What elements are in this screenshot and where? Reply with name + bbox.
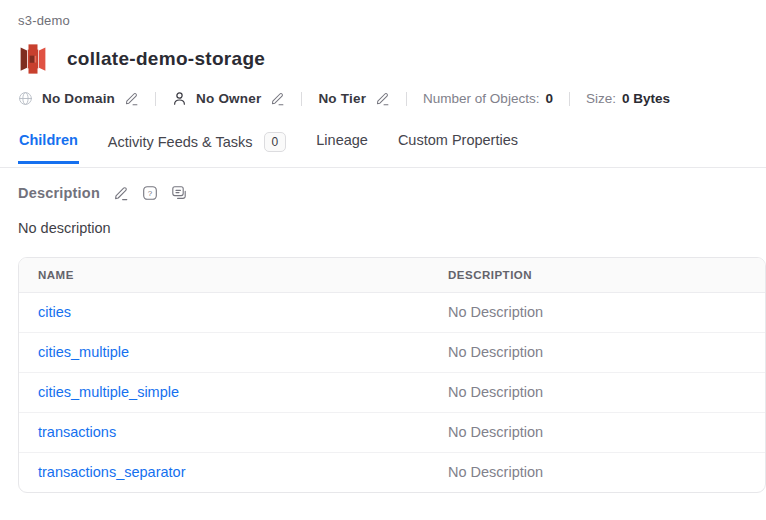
column-header-description: DESCRIPTION bbox=[429, 258, 765, 293]
size-meta: Size: 0 Bytes bbox=[586, 91, 670, 106]
objects-meta: Number of Objects: 0 bbox=[423, 91, 553, 106]
tab-label: Lineage bbox=[316, 132, 368, 148]
tab-label: Children bbox=[19, 132, 78, 148]
container-link-cities[interactable]: cities bbox=[38, 304, 71, 320]
comments-button[interactable] bbox=[171, 185, 187, 201]
request-description-button[interactable]: ? bbox=[142, 185, 158, 201]
tier-meta: No Tier bbox=[318, 91, 390, 106]
pencil-icon bbox=[375, 91, 390, 106]
size-label: Size: bbox=[586, 91, 616, 106]
column-header-name: NAME bbox=[19, 258, 429, 293]
tab-lineage[interactable]: Lineage bbox=[315, 132, 369, 164]
description-header: Description ? bbox=[18, 185, 766, 201]
breadcrumb-service-link[interactable]: s3-demo bbox=[18, 13, 70, 28]
tier-label: No Tier bbox=[318, 91, 366, 106]
container-link-transactions-separator[interactable]: transactions_separator bbox=[38, 464, 186, 480]
size-value: 0 Bytes bbox=[622, 91, 670, 106]
tab-bar: Children Activity Feeds & Tasks 0 Lineag… bbox=[0, 132, 766, 168]
domain-meta: No Domain bbox=[18, 91, 139, 106]
s3-bucket-icon bbox=[18, 44, 48, 74]
row-description: No Description bbox=[429, 373, 765, 413]
entity-header: collate-demo-storage bbox=[18, 44, 766, 74]
description-empty-text: No description bbox=[18, 220, 766, 236]
tab-children[interactable]: Children bbox=[18, 132, 79, 164]
row-description: No Description bbox=[429, 293, 765, 333]
objects-label: Number of Objects: bbox=[423, 91, 539, 106]
objects-value: 0 bbox=[545, 91, 553, 106]
table-row: transactions No Description bbox=[19, 413, 765, 453]
divider bbox=[155, 92, 156, 106]
tab-custom-properties[interactable]: Custom Properties bbox=[397, 132, 519, 164]
tab-activity-feeds[interactable]: Activity Feeds & Tasks 0 bbox=[107, 132, 287, 168]
owner-meta: No Owner bbox=[172, 91, 285, 106]
edit-domain-button[interactable] bbox=[124, 91, 139, 106]
container-link-cities-multiple[interactable]: cities_multiple bbox=[38, 344, 129, 360]
domain-label: No Domain bbox=[42, 91, 115, 106]
edit-owner-button[interactable] bbox=[270, 91, 285, 106]
children-table: NAME DESCRIPTION cities No Description c… bbox=[18, 257, 766, 493]
edit-tier-button[interactable] bbox=[375, 91, 390, 106]
tab-label: Activity Feeds & Tasks bbox=[108, 134, 253, 150]
container-link-transactions[interactable]: transactions bbox=[38, 424, 116, 440]
entity-meta-row: No Domain No Owner No Tier bbox=[18, 91, 766, 106]
tab-label: Custom Properties bbox=[398, 132, 518, 148]
container-details-page: s3-demo collate-demo-storage No Domain bbox=[0, 0, 766, 493]
breadcrumb: s3-demo bbox=[18, 13, 766, 28]
table-row: cities No Description bbox=[19, 293, 765, 333]
table-row: cities_multiple_simple No Description bbox=[19, 373, 765, 413]
globe-icon bbox=[18, 91, 33, 106]
pencil-icon bbox=[270, 91, 285, 106]
question-icon: ? bbox=[142, 185, 158, 201]
table-row: cities_multiple No Description bbox=[19, 333, 765, 373]
row-description: No Description bbox=[429, 413, 765, 453]
table-row: transactions_separator No Description bbox=[19, 453, 765, 493]
activity-count-badge: 0 bbox=[264, 132, 287, 152]
svg-text:?: ? bbox=[148, 189, 153, 198]
owner-label: No Owner bbox=[196, 91, 261, 106]
description-label: Description bbox=[18, 185, 100, 201]
pencil-icon bbox=[124, 91, 139, 106]
user-icon bbox=[172, 91, 187, 106]
row-description: No Description bbox=[429, 453, 765, 493]
row-description: No Description bbox=[429, 333, 765, 373]
page-title: collate-demo-storage bbox=[67, 48, 265, 70]
pencil-icon bbox=[113, 185, 129, 201]
divider bbox=[569, 92, 570, 106]
table-header-row: NAME DESCRIPTION bbox=[19, 258, 765, 293]
comments-icon bbox=[171, 185, 187, 201]
edit-description-button[interactable] bbox=[113, 185, 129, 201]
divider bbox=[406, 92, 407, 106]
container-link-cities-multiple-simple[interactable]: cities_multiple_simple bbox=[38, 384, 179, 400]
divider bbox=[301, 92, 302, 106]
